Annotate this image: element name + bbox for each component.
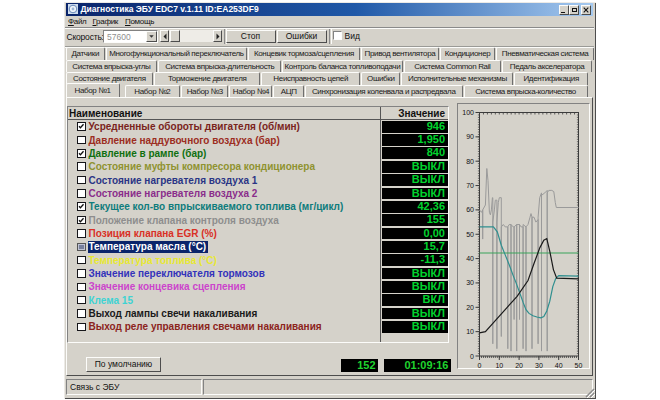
svg-text:100: 100 bbox=[462, 109, 474, 116]
svg-text:80: 80 bbox=[466, 158, 474, 165]
svg-text:20: 20 bbox=[515, 362, 523, 368]
svg-text:0: 0 bbox=[470, 353, 474, 360]
svg-text:40: 40 bbox=[466, 255, 474, 262]
svg-text:30: 30 bbox=[535, 362, 543, 368]
svg-text:50: 50 bbox=[575, 362, 583, 368]
svg-text:30: 30 bbox=[466, 279, 474, 286]
svg-text:70: 70 bbox=[466, 182, 474, 189]
svg-text:10: 10 bbox=[495, 362, 503, 368]
svg-text:50: 50 bbox=[466, 231, 474, 238]
svg-text:10: 10 bbox=[466, 328, 474, 335]
svg-text:60: 60 bbox=[466, 206, 474, 213]
svg-text:40: 40 bbox=[555, 362, 563, 368]
svg-text:90: 90 bbox=[466, 133, 474, 140]
svg-text:20: 20 bbox=[466, 304, 474, 311]
svg-text:0: 0 bbox=[478, 362, 482, 368]
